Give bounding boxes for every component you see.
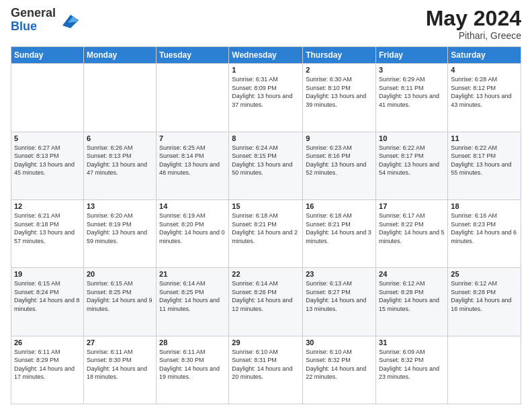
- calendar-cell: 3Sunrise: 6:29 AM Sunset: 8:11 PM Daylig…: [376, 64, 448, 132]
- day-info: Sunrise: 6:30 AM Sunset: 8:10 PM Dayligh…: [306, 75, 373, 109]
- calendar-cell: 12Sunrise: 6:21 AM Sunset: 8:18 PM Dayli…: [11, 199, 84, 267]
- day-info: Sunrise: 6:10 AM Sunset: 8:32 PM Dayligh…: [306, 348, 373, 381]
- logo-text-general: General Blue: [11, 7, 56, 34]
- weekday-header-row: SundayMondayTuesdayWednesdayThursdayFrid…: [11, 47, 521, 64]
- day-info: Sunrise: 6:14 AM Sunset: 8:25 PM Dayligh…: [159, 279, 226, 313]
- header: General Blue May 2024 Pithari, Greece: [11, 7, 521, 41]
- weekday-header: Saturday: [448, 47, 521, 64]
- day-info: Sunrise: 6:10 AM Sunset: 8:31 PM Dayligh…: [232, 348, 300, 381]
- calendar-cell: 30Sunrise: 6:10 AM Sunset: 8:32 PM Dayli…: [303, 336, 376, 404]
- day-info: Sunrise: 6:18 AM Sunset: 8:21 PM Dayligh…: [232, 212, 300, 245]
- day-number: 28: [159, 338, 226, 347]
- calendar-cell: 7Sunrise: 6:25 AM Sunset: 8:14 PM Daylig…: [157, 132, 229, 199]
- day-info: Sunrise: 6:11 AM Sunset: 8:30 PM Dayligh…: [159, 348, 226, 381]
- calendar-cell: 13Sunrise: 6:20 AM Sunset: 8:19 PM Dayli…: [83, 199, 156, 267]
- logo: General Blue: [11, 7, 79, 34]
- calendar-table: SundayMondayTuesdayWednesdayThursdayFrid…: [11, 46, 521, 404]
- calendar-week-row: 5Sunrise: 6:27 AM Sunset: 8:13 PM Daylig…: [11, 132, 521, 199]
- weekday-header: Monday: [83, 47, 156, 64]
- day-number: 29: [232, 338, 300, 347]
- day-info: Sunrise: 6:18 AM Sunset: 8:21 PM Dayligh…: [306, 212, 373, 245]
- calendar-cell: 5Sunrise: 6:27 AM Sunset: 8:13 PM Daylig…: [11, 132, 84, 199]
- day-number: 15: [232, 202, 300, 210]
- calendar-cell: 14Sunrise: 6:19 AM Sunset: 8:20 PM Dayli…: [157, 199, 229, 267]
- day-number: 26: [14, 338, 81, 347]
- page: General Blue May 2024 Pithari, Greece Su…: [0, 0, 532, 411]
- day-info: Sunrise: 6:26 AM Sunset: 8:13 PM Dayligh…: [87, 144, 153, 177]
- calendar-week-row: 12Sunrise: 6:21 AM Sunset: 8:18 PM Dayli…: [11, 199, 521, 267]
- weekday-header: Friday: [376, 47, 448, 64]
- weekday-header: Sunday: [11, 47, 84, 64]
- calendar-cell: 21Sunrise: 6:14 AM Sunset: 8:25 PM Dayli…: [157, 268, 229, 336]
- logo-general: General: [11, 6, 56, 19]
- day-info: Sunrise: 6:23 AM Sunset: 8:16 PM Dayligh…: [306, 144, 373, 177]
- day-info: Sunrise: 6:24 AM Sunset: 8:15 PM Dayligh…: [232, 144, 300, 177]
- calendar-cell: 10Sunrise: 6:22 AM Sunset: 8:17 PM Dayli…: [376, 132, 448, 199]
- day-number: 19: [14, 270, 81, 278]
- day-info: Sunrise: 6:27 AM Sunset: 8:13 PM Dayligh…: [14, 144, 81, 177]
- calendar-cell: 18Sunrise: 6:16 AM Sunset: 8:23 PM Dayli…: [448, 199, 521, 267]
- calendar-cell: 27Sunrise: 6:11 AM Sunset: 8:30 PM Dayli…: [83, 336, 156, 404]
- calendar-cell: 19Sunrise: 6:15 AM Sunset: 8:24 PM Dayli…: [11, 268, 84, 336]
- calendar-cell: 1Sunrise: 6:31 AM Sunset: 8:09 PM Daylig…: [229, 64, 303, 132]
- weekday-header: Tuesday: [157, 47, 229, 64]
- day-number: 31: [379, 338, 445, 347]
- day-number: 2: [306, 66, 373, 74]
- title-block: May 2024 Pithari, Greece: [426, 7, 521, 41]
- day-info: Sunrise: 6:22 AM Sunset: 8:17 PM Dayligh…: [451, 144, 518, 177]
- day-info: Sunrise: 6:11 AM Sunset: 8:29 PM Dayligh…: [14, 348, 81, 381]
- day-info: Sunrise: 6:15 AM Sunset: 8:24 PM Dayligh…: [14, 279, 81, 313]
- calendar-week-row: 19Sunrise: 6:15 AM Sunset: 8:24 PM Dayli…: [11, 268, 521, 336]
- weekday-header: Thursday: [303, 47, 376, 64]
- day-info: Sunrise: 6:11 AM Sunset: 8:30 PM Dayligh…: [87, 348, 153, 381]
- calendar-cell: 22Sunrise: 6:14 AM Sunset: 8:26 PM Dayli…: [229, 268, 303, 336]
- location: Pithari, Greece: [426, 30, 521, 41]
- calendar-cell: 29Sunrise: 6:10 AM Sunset: 8:31 PM Dayli…: [229, 336, 303, 404]
- day-info: Sunrise: 6:12 AM Sunset: 8:28 PM Dayligh…: [379, 279, 445, 313]
- day-number: 20: [87, 270, 153, 278]
- day-number: 14: [159, 202, 226, 210]
- day-number: 22: [232, 270, 300, 278]
- day-number: 24: [379, 270, 445, 278]
- day-number: 17: [379, 202, 445, 210]
- calendar-cell: 23Sunrise: 6:13 AM Sunset: 8:27 PM Dayli…: [303, 268, 376, 336]
- calendar-cell: [83, 64, 156, 132]
- calendar-cell: 17Sunrise: 6:17 AM Sunset: 8:22 PM Dayli…: [376, 199, 448, 267]
- day-number: 11: [451, 134, 518, 142]
- calendar-cell: 26Sunrise: 6:11 AM Sunset: 8:29 PM Dayli…: [11, 336, 84, 404]
- calendar-cell: [157, 64, 229, 132]
- day-number: 1: [232, 66, 300, 74]
- calendar-cell: 20Sunrise: 6:15 AM Sunset: 8:25 PM Dayli…: [83, 268, 156, 336]
- day-number: 7: [159, 134, 226, 142]
- day-info: Sunrise: 6:12 AM Sunset: 8:28 PM Dayligh…: [451, 279, 518, 313]
- calendar-cell: 15Sunrise: 6:18 AM Sunset: 8:21 PM Dayli…: [229, 199, 303, 267]
- calendar-cell: 28Sunrise: 6:11 AM Sunset: 8:30 PM Dayli…: [157, 336, 229, 404]
- day-info: Sunrise: 6:15 AM Sunset: 8:25 PM Dayligh…: [87, 279, 153, 313]
- calendar-cell: 11Sunrise: 6:22 AM Sunset: 8:17 PM Dayli…: [448, 132, 521, 199]
- day-number: 30: [306, 338, 373, 347]
- day-number: 4: [451, 66, 518, 74]
- day-number: 5: [14, 134, 81, 142]
- calendar-week-row: 26Sunrise: 6:11 AM Sunset: 8:29 PM Dayli…: [11, 336, 521, 404]
- day-number: 16: [306, 202, 373, 210]
- day-number: 12: [14, 202, 81, 210]
- day-info: Sunrise: 6:13 AM Sunset: 8:27 PM Dayligh…: [306, 279, 373, 313]
- day-info: Sunrise: 6:22 AM Sunset: 8:17 PM Dayligh…: [379, 144, 445, 177]
- calendar-cell: 8Sunrise: 6:24 AM Sunset: 8:15 PM Daylig…: [229, 132, 303, 199]
- day-number: 25: [451, 270, 518, 278]
- day-number: 23: [306, 270, 373, 278]
- logo-blue: Blue: [11, 19, 37, 33]
- month-year: May 2024: [426, 7, 521, 30]
- calendar-cell: 31Sunrise: 6:09 AM Sunset: 8:32 PM Dayli…: [376, 336, 448, 404]
- calendar-cell: [11, 64, 84, 132]
- day-number: 13: [87, 202, 153, 210]
- day-info: Sunrise: 6:09 AM Sunset: 8:32 PM Dayligh…: [379, 348, 445, 381]
- day-number: 27: [87, 338, 153, 347]
- day-info: Sunrise: 6:17 AM Sunset: 8:22 PM Dayligh…: [379, 212, 445, 245]
- calendar-cell: [448, 336, 521, 404]
- day-info: Sunrise: 6:31 AM Sunset: 8:09 PM Dayligh…: [232, 75, 300, 109]
- day-number: 10: [379, 134, 445, 142]
- logo-icon: [57, 9, 79, 31]
- day-number: 6: [87, 134, 153, 142]
- day-info: Sunrise: 6:28 AM Sunset: 8:12 PM Dayligh…: [451, 75, 518, 109]
